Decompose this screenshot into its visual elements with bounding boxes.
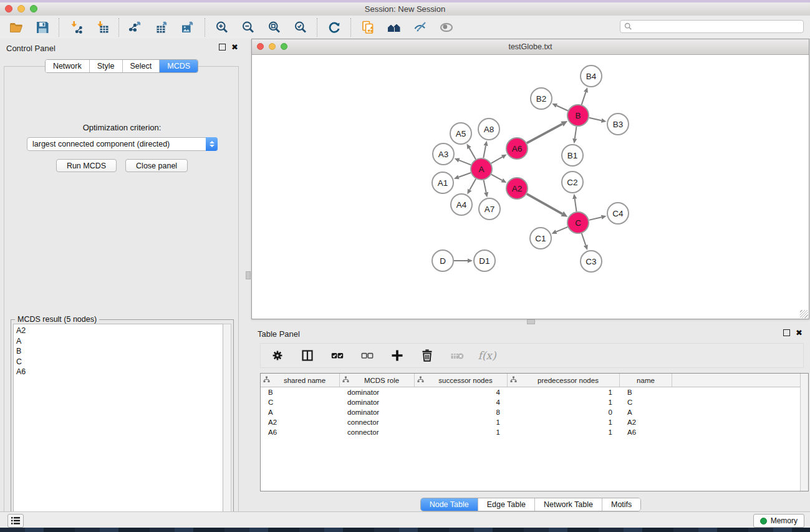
window-resize-grip[interactable] [800, 310, 808, 318]
criterion-select[interactable]: largest connected component (directed) [27, 137, 218, 151]
import-network-icon[interactable] [67, 19, 85, 36]
export-network-icon[interactable] [127, 19, 145, 36]
cell-shared-name[interactable]: A2 [261, 418, 340, 426]
panel-splitter[interactable] [243, 39, 251, 511]
result-list-scrollbar[interactable] [223, 324, 231, 529]
run-mcds-button[interactable]: Run MCDS [56, 159, 117, 172]
import-table-icon[interactable] [94, 19, 111, 36]
table-row[interactable]: Bdominator41B [261, 387, 808, 397]
cell-name[interactable]: C [620, 399, 672, 406]
network-canvas[interactable]: AA1A2A3A4A5A6A7A8BB1B2B3B4CC1C2C3C4DD1 [252, 55, 809, 319]
float-table-panel-icon[interactable] [783, 329, 790, 336]
mcds-result-item[interactable]: A2 [16, 326, 223, 336]
main-titlebar: Session: New Session [0, 2, 810, 16]
cell-successor-nodes[interactable]: 8 [415, 409, 508, 416]
cell-predecessor-nodes[interactable]: 0 [508, 409, 620, 416]
birds-eye-icon[interactable] [438, 19, 455, 36]
table-row[interactable]: Cdominator41C [261, 397, 808, 407]
export-table-icon[interactable] [153, 19, 171, 36]
refresh-icon[interactable] [325, 19, 343, 36]
tab-style[interactable]: Style [90, 60, 123, 72]
tab-mcds[interactable]: MCDS [160, 60, 198, 72]
close-panel-icon[interactable]: ✖ [231, 44, 238, 51]
network-views-icon[interactable] [385, 19, 403, 36]
cell-MCDS-role[interactable]: dominator [340, 389, 415, 396]
edge-arrowhead [483, 141, 488, 147]
horizontal-splitter-handle[interactable] [527, 319, 535, 324]
cell-predecessor-nodes[interactable]: 1 [508, 399, 620, 406]
cell-name[interactable]: A2 [620, 418, 672, 426]
delete-column-icon[interactable] [419, 347, 435, 364]
table-row[interactable]: A2connector11A2 [261, 417, 808, 427]
node-label-A6: A6 [512, 144, 523, 153]
mcds-result-item[interactable]: C [16, 357, 223, 367]
task-history-button[interactable] [7, 514, 24, 528]
columns-icon[interactable] [299, 347, 316, 364]
tab-motifs[interactable]: Motifs [602, 498, 640, 511]
cell-name[interactable]: A6 [620, 428, 672, 436]
node-label-A2: A2 [512, 184, 523, 193]
cell-predecessor-nodes[interactable]: 1 [508, 418, 620, 426]
cell-successor-nodes[interactable]: 1 [415, 428, 508, 436]
cell-shared-name[interactable]: B [261, 389, 340, 396]
cell-successor-nodes[interactable]: 4 [415, 389, 508, 396]
cell-MCDS-role[interactable]: dominator [340, 409, 415, 416]
duplicate-network-icon[interactable] [359, 19, 377, 36]
mcds-result-item[interactable]: B [16, 346, 223, 357]
select-all-icon[interactable] [329, 347, 345, 364]
close-table-panel-icon[interactable]: ✖ [796, 329, 803, 336]
table-row[interactable]: A6connector11A6 [261, 427, 808, 437]
column-header-predecessor-nodes[interactable]: predecessor nodes [508, 374, 620, 387]
cell-shared-name[interactable]: A [261, 409, 340, 416]
deselect-all-icon[interactable] [359, 347, 375, 364]
float-panel-icon[interactable] [219, 44, 226, 51]
close-panel-button[interactable]: Close panel [125, 159, 188, 172]
network-graph[interactable]: AA1A2A3A4A5A6A7A8BB1B2B3B4CC1C2C3C4DD1 [252, 55, 809, 319]
splitter-handle[interactable] [246, 271, 251, 279]
tab-node-table[interactable]: Node Table [421, 498, 478, 511]
cell-MCDS-role[interactable]: dominator [340, 399, 415, 406]
function-builder-icon: f(x) [479, 347, 495, 364]
cell-name[interactable]: B [620, 389, 672, 396]
search-input[interactable] [635, 22, 799, 32]
cell-successor-nodes[interactable]: 1 [415, 418, 508, 426]
tab-network-table[interactable]: Network Table [535, 498, 602, 511]
edge-A-A1 [458, 173, 471, 177]
column-header-successor-nodes[interactable]: successor nodes [415, 374, 508, 387]
cell-predecessor-nodes[interactable]: 1 [508, 389, 620, 396]
hierarchy-icon [508, 376, 517, 384]
mcds-result-item[interactable]: A [16, 336, 223, 347]
zoom-in-icon[interactable] [213, 19, 231, 36]
settings-icon[interactable] [269, 347, 286, 364]
column-header-MCDS-role[interactable]: MCDS role [340, 374, 415, 387]
cell-predecessor-nodes[interactable]: 1 [508, 428, 620, 436]
cell-MCDS-role[interactable]: connector [340, 418, 415, 426]
column-header-name[interactable]: name [620, 374, 672, 387]
open-session-icon[interactable] [7, 19, 25, 36]
zoom-selected-icon[interactable] [292, 19, 309, 36]
cell-successor-nodes[interactable]: 4 [415, 399, 508, 406]
node-label-A5: A5 [456, 129, 466, 138]
export-image-icon[interactable] [180, 19, 197, 36]
search-box[interactable] [620, 20, 804, 33]
mcds-result-item[interactable]: A6 [16, 367, 223, 377]
graphics-details-icon[interactable] [412, 19, 429, 36]
cell-name[interactable]: A [620, 409, 672, 416]
tab-select[interactable]: Select [123, 60, 160, 72]
node-label-B1: B1 [567, 151, 578, 160]
zoom-out-icon[interactable] [239, 19, 257, 36]
column-header-shared-name[interactable]: shared name [261, 374, 340, 387]
tab-network[interactable]: Network [46, 60, 90, 72]
mcds-result-list[interactable]: A2ABCA6 [13, 324, 223, 529]
cell-shared-name[interactable]: A6 [261, 428, 340, 436]
cell-MCDS-role[interactable]: connector [340, 428, 415, 436]
table-scrollbar[interactable] [800, 374, 808, 491]
memory-button[interactable]: Memory [753, 514, 804, 528]
toolbar-group [352, 19, 463, 36]
tab-edge-table[interactable]: Edge Table [478, 498, 535, 511]
save-session-icon[interactable] [34, 19, 51, 36]
table-row[interactable]: Adominator80A [261, 407, 808, 417]
cell-shared-name[interactable]: C [261, 399, 340, 406]
zoom-fit-icon[interactable] [266, 19, 283, 36]
add-column-icon[interactable] [389, 347, 405, 364]
